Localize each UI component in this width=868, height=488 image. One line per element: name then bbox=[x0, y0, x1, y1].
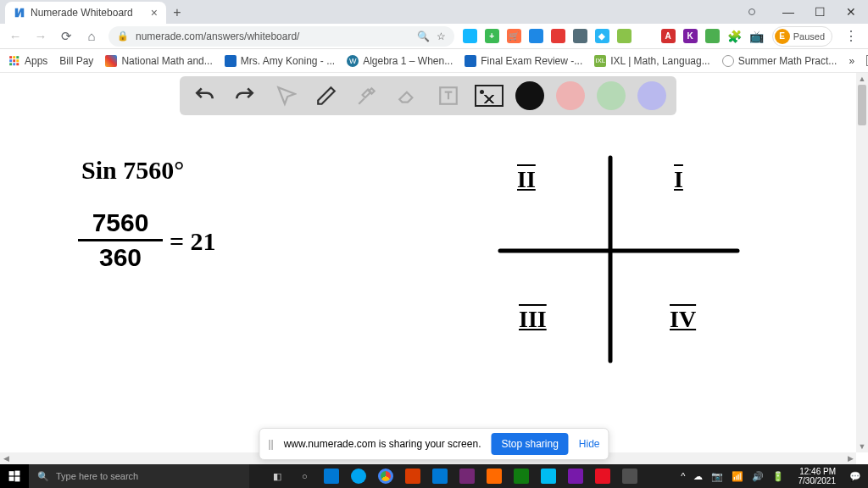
extensions-puzzle-icon[interactable]: 🧩 bbox=[727, 30, 742, 43]
chrome-menu-icon[interactable]: ⋮ bbox=[841, 28, 861, 44]
bookmark-item[interactable]: Mrs. Amy Koning - ... bbox=[225, 55, 335, 67]
search-icon: 🔍 bbox=[37, 471, 49, 482]
ext-icon-3[interactable]: 🛒 bbox=[507, 29, 521, 43]
color-pink[interactable] bbox=[556, 81, 585, 110]
ext-icon-4[interactable] bbox=[529, 29, 543, 43]
taskbar-app[interactable] bbox=[346, 464, 371, 488]
image-tool[interactable] bbox=[475, 81, 504, 110]
forward-button[interactable]: → bbox=[32, 29, 49, 43]
eraser-tool[interactable] bbox=[393, 81, 422, 110]
color-black[interactable] bbox=[515, 81, 544, 110]
new-tab-button[interactable]: + bbox=[166, 2, 188, 24]
taskbar-search[interactable]: 🔍 Type here to search bbox=[29, 464, 249, 488]
task-view-icon[interactable]: ◧ bbox=[264, 464, 290, 488]
scroll-right-arrow[interactable]: ▶ bbox=[844, 452, 856, 464]
taskbar-app[interactable] bbox=[319, 464, 344, 488]
text-tool[interactable] bbox=[434, 81, 463, 110]
svg-rect-8 bbox=[16, 63, 19, 65]
ixl-icon: IXL bbox=[594, 55, 606, 67]
tray-chevron-icon[interactable]: ^ bbox=[681, 471, 685, 481]
battery-icon[interactable]: 🔋 bbox=[772, 471, 784, 482]
close-window-button[interactable]: ✕ bbox=[846, 5, 856, 19]
bookmark-label: Mrs. Amy Koning - ... bbox=[241, 55, 335, 67]
hw-numerator: 7560 bbox=[78, 208, 163, 237]
windows-logo-icon bbox=[8, 470, 20, 482]
lock-icon: 🔒 bbox=[117, 30, 129, 42]
hide-share-bar-button[interactable]: Hide bbox=[579, 438, 600, 450]
notifications-icon[interactable]: 💬 bbox=[849, 471, 861, 482]
home-button[interactable]: ⌂ bbox=[83, 29, 100, 43]
page-content: Sin 7560° 7560 360 = 21 II I III IV bbox=[0, 73, 856, 464]
color-purple[interactable] bbox=[637, 81, 666, 110]
pencil-tool[interactable] bbox=[312, 81, 341, 110]
stop-sharing-button[interactable]: Stop sharing bbox=[491, 433, 568, 455]
wifi-icon[interactable]: 📶 bbox=[732, 471, 743, 482]
ext-icon-2[interactable]: + bbox=[485, 29, 499, 43]
bookmark-label: IXL | Math, Languag... bbox=[610, 55, 709, 67]
onedrive-icon[interactable]: ☁ bbox=[693, 471, 703, 482]
cast-icon[interactable]: 📺 bbox=[749, 30, 764, 43]
bookmark-item[interactable]: Bill Pay bbox=[59, 55, 93, 67]
omnibox[interactable]: 🔒 numerade.com/answers/whiteboard/ 🔍 ☆ bbox=[108, 26, 454, 47]
bookmark-item[interactable]: National Math and... bbox=[105, 55, 212, 67]
cortana-icon[interactable]: ○ bbox=[292, 464, 317, 488]
ext-icon-9[interactable]: ↘ bbox=[639, 29, 654, 43]
bookmarks-overflow[interactable]: » bbox=[849, 55, 854, 67]
scroll-up-arrow[interactable]: ▲ bbox=[856, 73, 868, 85]
taskbar-app[interactable] bbox=[400, 464, 426, 488]
ext-icon-1[interactable] bbox=[463, 29, 477, 43]
tools-button[interactable] bbox=[353, 81, 381, 110]
ext-icon-12[interactable] bbox=[705, 29, 720, 43]
taskbar-app[interactable] bbox=[454, 464, 480, 488]
bookmark-label: Algebra 1 – When... bbox=[363, 55, 453, 67]
meet-now-icon[interactable]: 📷 bbox=[711, 471, 723, 482]
apps-grid-icon bbox=[8, 55, 20, 67]
apps-shortcut[interactable]: Apps bbox=[8, 55, 47, 67]
clock-time: 12:46 PM bbox=[798, 467, 836, 476]
taskbar-app[interactable] bbox=[427, 464, 453, 488]
start-button[interactable] bbox=[0, 464, 29, 488]
color-green[interactable] bbox=[597, 81, 626, 110]
bookmarks-bar: Apps Bill Pay National Math and... Mrs. … bbox=[0, 49, 868, 73]
ext-icon-10[interactable]: A bbox=[661, 29, 676, 43]
close-tab-icon[interactable]: × bbox=[151, 6, 158, 19]
bookmark-item[interactable]: WAlgebra 1 – When... bbox=[347, 55, 453, 67]
taskbar-app[interactable] bbox=[536, 464, 561, 488]
svg-rect-0 bbox=[9, 56, 12, 58]
browser-tab[interactable]: Numerade Whiteboard × bbox=[5, 2, 166, 24]
scroll-down-arrow[interactable]: ▼ bbox=[856, 441, 868, 452]
taskbar-app[interactable] bbox=[590, 464, 615, 488]
bookmark-item[interactable]: Summer Math Pract... bbox=[722, 55, 837, 67]
vertical-scrollbar[interactable]: ▲ ▼ bbox=[856, 73, 868, 452]
taskbar-apps: ◧ ○ bbox=[264, 464, 643, 488]
maximize-button[interactable]: ☐ bbox=[815, 5, 826, 19]
ext-icon-7[interactable]: ◆ bbox=[595, 29, 609, 43]
svg-rect-7 bbox=[13, 63, 15, 65]
undo-button[interactable] bbox=[190, 81, 219, 110]
system-tray: ^ ☁ 📷 📶 🔊 🔋 12:46 PM 7/30/2021 💬 bbox=[674, 467, 868, 485]
taskbar-app[interactable] bbox=[563, 464, 588, 488]
back-button[interactable]: ← bbox=[7, 29, 24, 43]
minimize-button[interactable]: — bbox=[782, 5, 794, 19]
ext-icon-6[interactable] bbox=[573, 29, 587, 43]
volume-icon[interactable]: 🔊 bbox=[752, 471, 764, 482]
scroll-left-arrow[interactable]: ◀ bbox=[0, 452, 12, 464]
ext-icon-8[interactable] bbox=[617, 29, 632, 43]
bookmark-star-icon[interactable]: ☆ bbox=[437, 30, 446, 42]
taskbar-app[interactable] bbox=[509, 464, 534, 488]
taskbar-clock[interactable]: 12:46 PM 7/30/2021 bbox=[793, 467, 841, 485]
reload-button[interactable]: ⟳ bbox=[58, 29, 75, 44]
scroll-thumb[interactable] bbox=[858, 85, 866, 125]
bookmark-item[interactable]: IXLIXL | Math, Languag... bbox=[594, 55, 709, 67]
bookmark-item[interactable]: Final Exam Review -... bbox=[465, 55, 582, 67]
pointer-tool[interactable] bbox=[271, 81, 300, 110]
search-in-page-icon[interactable]: 🔍 bbox=[417, 30, 430, 42]
chrome-account-icon[interactable] bbox=[748, 8, 755, 15]
redo-button[interactable] bbox=[231, 81, 259, 110]
ext-icon-11[interactable]: K bbox=[683, 29, 698, 43]
profile-chip[interactable]: E Paused bbox=[772, 26, 832, 47]
taskbar-app[interactable] bbox=[481, 464, 507, 488]
taskbar-app[interactable] bbox=[617, 464, 643, 488]
taskbar-app-chrome[interactable] bbox=[373, 464, 398, 488]
ext-icon-5[interactable] bbox=[551, 29, 565, 43]
